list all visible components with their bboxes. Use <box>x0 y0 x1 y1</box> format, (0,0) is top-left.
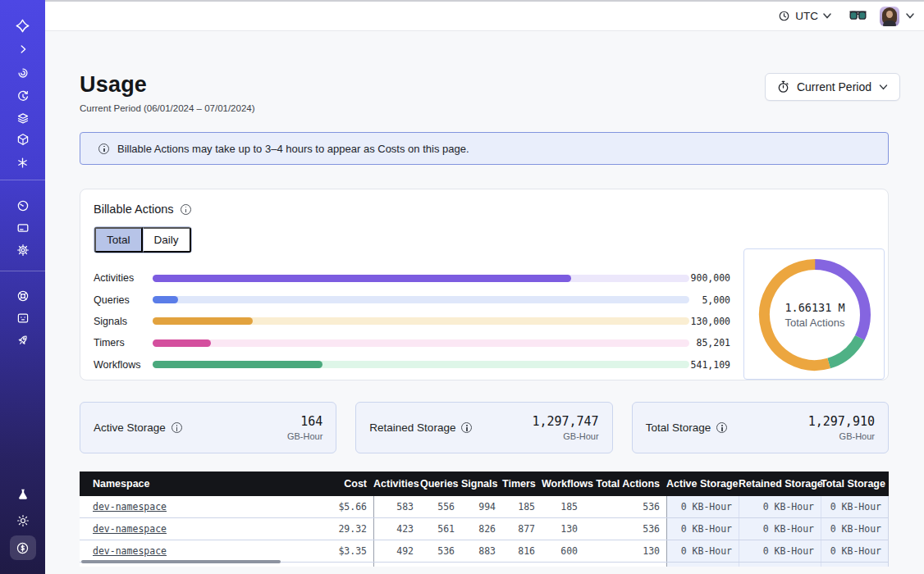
timezone-label: UTC <box>795 10 818 22</box>
active-storage-unit: GB-Hour <box>287 431 322 441</box>
horizontal-scrollbar-thumb[interactable] <box>81 560 281 563</box>
gauge-icon[interactable] <box>0 198 45 213</box>
total-daily-toggle: Total Daily <box>94 226 192 253</box>
cell-timers: 185 <box>502 501 542 512</box>
namespace-link[interactable]: dev-namespace <box>93 523 167 535</box>
billable-actions-card: Billable Actions Total Daily Activities … <box>80 189 889 380</box>
cell-cost: $3.35 <box>293 545 373 557</box>
active-storage-label: Active Storage <box>94 421 166 434</box>
retained-storage-value: 1,297,747 <box>532 414 598 429</box>
cell-workflows: 130 <box>542 523 584 535</box>
sidebar-divider <box>0 180 45 180</box>
timezone-selector[interactable]: UTC <box>778 10 831 22</box>
cell-queries: 536 <box>420 545 461 557</box>
info-icon[interactable] <box>181 204 191 215</box>
info-banner: Billable Actions may take up to 3–4 hour… <box>80 132 889 165</box>
donut-total-value: 1.66131 M <box>784 301 844 314</box>
cell-activities: 423 <box>373 518 420 540</box>
col-header-namespace: Namespace <box>80 478 293 490</box>
bar-track <box>153 339 689 347</box>
bar-track <box>153 275 689 282</box>
cell-retained-storage: 0 KB-Hour <box>739 496 821 517</box>
bar-fill <box>153 339 211 347</box>
info-icon[interactable] <box>172 422 182 433</box>
info-icon[interactable] <box>461 422 472 433</box>
cell-queries: 561 <box>420 523 461 535</box>
user-avatar[interactable] <box>880 7 899 26</box>
bar-value: 5,000 <box>689 294 730 306</box>
billable-actions-title: Billable Actions <box>94 203 174 216</box>
cell-active-storage: 0 KB-Hour <box>666 496 739 517</box>
bar-row: Queries 5,000 <box>94 289 730 310</box>
retained-storage-unit: GB-Hour <box>532 431 598 441</box>
col-header-signals: Signals <box>461 478 502 490</box>
bar-value: 541,109 <box>689 359 730 371</box>
total-storage-value: 1,297,910 <box>808 414 875 429</box>
collapse-chevron-right-icon[interactable] <box>0 42 45 57</box>
cell-cost: $5.66 <box>293 501 373 512</box>
bar-track <box>153 296 689 303</box>
col-header-retained-storage: Retained Storage <box>739 478 821 490</box>
cell-workflows: 185 <box>542 501 584 512</box>
temporal-logo-icon[interactable] <box>0 18 45 33</box>
bar-label: Queries <box>94 294 153 306</box>
info-icon[interactable] <box>716 422 727 433</box>
retained-storage-label: Retained Storage <box>369 421 455 434</box>
col-header-workflows: Workflows <box>542 478 584 490</box>
gear-icon[interactable] <box>0 243 45 257</box>
cell-retained-storage: 0 KB-Hour <box>739 518 821 540</box>
sidebar <box>0 0 45 574</box>
billing-card-icon[interactable] <box>0 221 45 235</box>
layers-icon[interactable] <box>0 111 45 125</box>
cell-active-storage: 0 KB-Hour <box>666 540 739 562</box>
bar-label: Activities <box>94 272 153 284</box>
active-storage-value: 164 <box>287 414 322 429</box>
bar-fill <box>153 317 253 325</box>
history-clock-icon[interactable] <box>0 89 45 104</box>
sun-icon[interactable] <box>0 513 45 528</box>
col-header-activities: Activities <box>373 478 420 490</box>
flask-icon[interactable] <box>0 487 45 502</box>
bar-track <box>153 361 689 368</box>
cell-cost: 29.32 <box>293 523 373 535</box>
namespace-usage-table: Namespace Cost Activities Queries Signal… <box>80 472 889 567</box>
bar-row: Timers 85,201 <box>94 332 730 353</box>
tab-total[interactable]: Total <box>94 227 143 253</box>
col-header-total-storage: Total Storage <box>821 478 889 490</box>
dollar-coin-icon[interactable] <box>0 540 45 555</box>
tab-daily[interactable]: Daily <box>143 227 191 253</box>
bar-fill <box>153 361 322 368</box>
period-dropdown-button[interactable]: Current Period <box>765 73 900 101</box>
period-dropdown-label: Current Period <box>797 80 871 93</box>
cube-icon[interactable] <box>0 132 45 147</box>
sidebar-divider <box>0 271 45 271</box>
table-row: dev-namespace 29.32 423 561 826 877 130 … <box>80 518 889 540</box>
lifebuoy-icon[interactable] <box>0 289 45 303</box>
namespace-link[interactable]: dev-namespace <box>93 545 167 557</box>
feedback-terminal-icon[interactable] <box>0 311 45 326</box>
total-storage-card: Total Storage 1,297,910GB-Hour <box>632 402 889 453</box>
bar-label: Signals <box>94 316 153 327</box>
cell-active-storage: 0 KB-Hour <box>666 518 739 540</box>
storage-cards-row: Active Storage 164GB-Hour Retained Stora… <box>80 402 889 453</box>
cell-workflows: 600 <box>542 545 584 557</box>
cell-signals: 994 <box>461 501 502 512</box>
total-storage-unit: GB-Hour <box>808 431 875 441</box>
cell-total-storage: 0 KB-Hour <box>821 540 889 562</box>
cell-signals: 826 <box>461 523 502 535</box>
cell-activities: 583 <box>373 496 420 517</box>
chevron-down-icon[interactable] <box>906 13 914 19</box>
asterisk-icon[interactable] <box>0 155 45 170</box>
col-header-cost: Cost <box>293 478 373 490</box>
cell-total-storage: 0 KB-Hour <box>821 496 889 517</box>
bar-row: Activities 900,000 <box>94 267 730 289</box>
spiral-icon[interactable] <box>0 66 45 80</box>
table-row: dev-namespace $3.35 492 536 883 816 600 … <box>80 540 889 563</box>
page-subtitle: Current Period (06/01/2024 – 07/01/2024) <box>80 103 255 113</box>
glasses-icon[interactable] <box>849 11 867 21</box>
donut-caption: Total Actions <box>785 317 845 329</box>
namespace-link[interactable]: dev-namespace <box>93 501 167 512</box>
bar-track <box>153 317 689 325</box>
retained-storage-card: Retained Storage 1,297,747GB-Hour <box>355 402 612 453</box>
rocket-icon[interactable] <box>0 333 45 348</box>
